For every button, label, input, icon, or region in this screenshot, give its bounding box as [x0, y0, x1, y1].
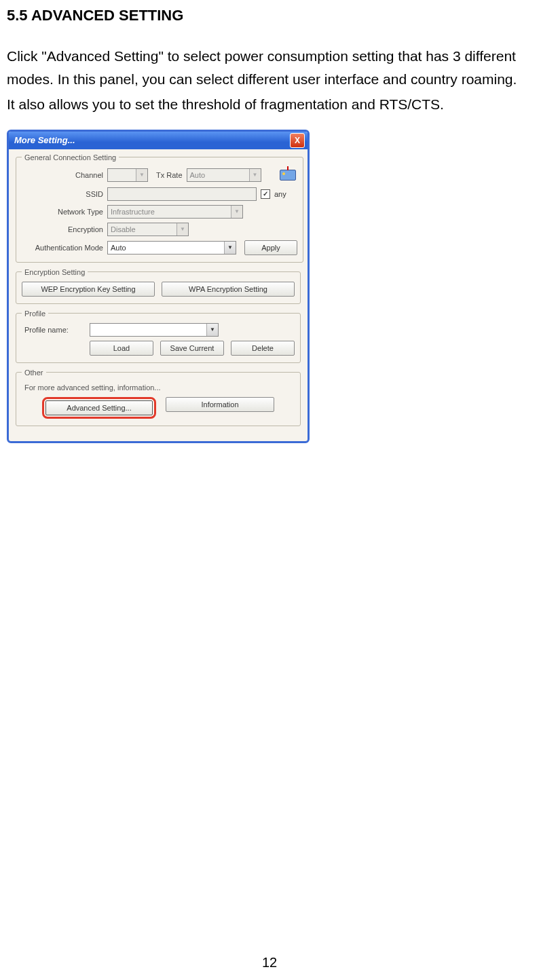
txrate-value: Auto [190, 171, 206, 179]
window-titlebar[interactable]: More Setting... X [9, 132, 308, 149]
general-connection-group: General Connection Setting Channel ▼ Tx … [16, 153, 303, 263]
save-current-label: Save Current [170, 344, 215, 352]
chevron-down-icon: ▼ [224, 242, 236, 254]
load-label: Load [113, 344, 130, 352]
chevron-down-icon: ▼ [249, 169, 261, 181]
profile-legend: Profile [22, 309, 48, 318]
body-paragraph-2: It also allows you to set the threshold … [7, 93, 532, 116]
auth-mode-label: Authentication Mode [22, 244, 103, 252]
profile-name-dropdown[interactable]: ▼ [90, 323, 219, 337]
wifi-card-icon [278, 167, 297, 183]
chevron-down-icon: ▼ [136, 169, 147, 181]
wpa-label: WPA Encryption Setting [189, 285, 267, 293]
network-type-label: Network Type [22, 208, 103, 216]
information-button[interactable]: Information [166, 397, 274, 412]
section-heading: 5.5 ADVANCED SETTING [7, 7, 532, 24]
body-paragraph-1: Click "Advanced Setting" to select power… [7, 45, 532, 90]
auth-mode-dropdown[interactable]: Auto ▼ [107, 241, 236, 255]
advanced-setting-label: Advanced Setting... [67, 404, 131, 412]
profile-name-label: Profile name: [22, 326, 86, 334]
auth-mode-value: Auto [111, 244, 126, 252]
other-legend: Other [22, 369, 46, 377]
more-setting-window: More Setting... X General Connection Set… [7, 130, 310, 443]
encryption-setting-group: Encryption Setting WEP Encryption Key Se… [16, 268, 301, 304]
page-number: 12 [0, 955, 539, 970]
ssid-input[interactable] [107, 187, 257, 201]
window-title: More Setting... [14, 135, 75, 145]
encryption-label: Encryption [22, 225, 103, 233]
ssid-label: SSID [22, 190, 103, 198]
wep-key-button[interactable]: WEP Encryption Key Setting [22, 282, 155, 297]
wep-key-label: WEP Encryption Key Setting [41, 285, 135, 293]
advanced-setting-button[interactable]: Advanced Setting... [45, 400, 153, 415]
encryption-value: Disable [111, 225, 136, 233]
other-subtext: For more advanced setting, information..… [24, 383, 295, 392]
close-button[interactable]: X [290, 133, 305, 148]
encryption-dropdown[interactable]: Disable ▼ [107, 223, 189, 236]
load-button[interactable]: Load [90, 341, 153, 356]
any-label: any [274, 190, 286, 198]
network-type-value: Infrastructure [111, 208, 155, 216]
general-legend: General Connection Setting [22, 153, 119, 162]
chevron-down-icon: ▼ [231, 206, 242, 218]
encryption-legend: Encryption Setting [22, 268, 88, 276]
txrate-dropdown[interactable]: Auto ▼ [187, 168, 261, 182]
wpa-button[interactable]: WPA Encryption Setting [162, 282, 295, 297]
txrate-label: Tx Rate [156, 171, 183, 179]
apply-label: Apply [261, 244, 280, 252]
chevron-down-icon: ▼ [206, 324, 218, 336]
information-label: Information [201, 400, 238, 409]
save-current-button[interactable]: Save Current [160, 341, 224, 356]
advanced-setting-highlight: Advanced Setting... [42, 397, 156, 419]
other-group: Other For more advanced setting, informa… [16, 369, 301, 426]
apply-button[interactable]: Apply [244, 240, 297, 255]
channel-dropdown[interactable]: ▼ [107, 168, 148, 182]
delete-button[interactable]: Delete [231, 341, 295, 356]
any-checkbox[interactable]: ✓ [261, 189, 270, 199]
channel-label: Channel [22, 171, 103, 179]
delete-label: Delete [252, 344, 274, 352]
window-body: General Connection Setting Channel ▼ Tx … [9, 149, 308, 441]
chevron-down-icon: ▼ [176, 223, 188, 235]
close-icon: X [295, 136, 300, 145]
profile-group: Profile Profile name: ▼ Load Save Curren… [16, 309, 301, 363]
network-type-dropdown[interactable]: Infrastructure ▼ [107, 205, 243, 219]
